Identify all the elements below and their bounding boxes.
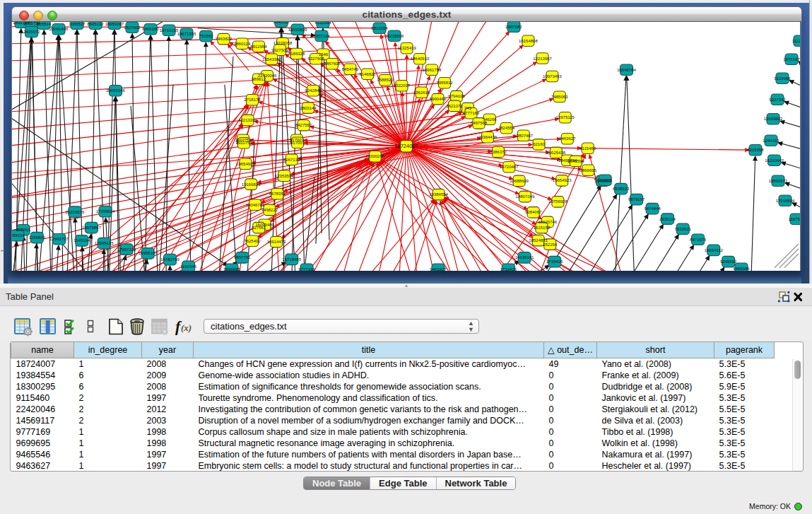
svg-text:1112045: 1112045: [792, 39, 801, 43]
svg-text:989612: 989612: [252, 77, 266, 81]
svg-text:15720407: 15720407: [500, 165, 519, 169]
svg-text:1192346: 1192346: [180, 264, 197, 269]
svg-text:9245652: 9245652: [720, 259, 737, 264]
svg-text:9474444: 9474444: [644, 206, 661, 211]
svg-text:9860124: 9860124: [234, 42, 251, 46]
svg-text:1362615: 1362615: [413, 90, 430, 95]
svg-text:8131054: 8131054: [314, 22, 331, 25]
svg-text:12975115: 12975115: [556, 115, 575, 119]
svg-text:10653267: 10653267: [105, 22, 124, 26]
svg-text:3498222: 3498222: [261, 208, 278, 212]
svg-text:12942737: 12942737: [49, 237, 69, 241]
svg-text:1733426: 1733426: [546, 259, 563, 264]
svg-text:8454749: 8454749: [342, 67, 359, 71]
svg-text:12213967: 12213967: [533, 57, 552, 61]
svg-text:1615152: 1615152: [534, 226, 551, 230]
svg-text:1527602: 1527602: [124, 25, 141, 30]
svg-text:10671355: 10671355: [177, 32, 196, 36]
svg-text:7357224: 7357224: [313, 34, 330, 38]
svg-text:6497568: 6497568: [471, 121, 488, 125]
svg-text:2718176: 2718176: [244, 98, 261, 102]
svg-text:1733426: 1733426: [500, 267, 517, 271]
svg-text:17359924: 17359924: [96, 209, 115, 214]
svg-text:19975867: 19975867: [82, 226, 101, 230]
svg-text:1145194: 1145194: [73, 238, 90, 243]
svg-text:7463822: 7463822: [216, 37, 233, 41]
svg-text:10025438: 10025438: [546, 151, 565, 155]
svg-text:19166829: 19166829: [242, 182, 261, 187]
svg-text:8678352: 8678352: [269, 192, 286, 196]
svg-text:16154808: 16154808: [519, 39, 538, 43]
svg-text:9146821: 9146821: [359, 72, 376, 76]
svg-text:6794028: 6794028: [448, 94, 465, 98]
svg-text:8322037: 8322037: [394, 83, 411, 88]
svg-text:9327509: 9327509: [271, 48, 288, 52]
svg-text:10654112: 10654112: [705, 248, 724, 252]
svg-text:16961758: 16961758: [423, 68, 442, 72]
svg-text:18300295: 18300295: [365, 154, 384, 158]
svg-text:2087682: 2087682: [505, 25, 522, 29]
svg-text:18724007: 18724007: [394, 143, 418, 149]
svg-text:751552: 751552: [199, 34, 214, 38]
svg-text:6879197: 6879197: [628, 197, 645, 201]
svg-text:1910753: 1910753: [235, 141, 252, 145]
svg-text:252254: 252254: [543, 243, 558, 247]
svg-text:19218506: 19218506: [385, 34, 404, 38]
svg-text:17957225: 17957225: [117, 247, 136, 252]
svg-text:7632621: 7632621: [675, 227, 692, 231]
svg-text:9046512: 9046512: [273, 22, 290, 24]
svg-text:1849594: 1849594: [567, 159, 584, 163]
svg-text:327561: 327561: [252, 226, 266, 230]
svg-text:(x): (x): [181, 322, 192, 333]
svg-text:9857791: 9857791: [234, 255, 251, 259]
svg-text:7625402: 7625402: [244, 239, 261, 243]
svg-text:10688609: 10688609: [510, 179, 529, 183]
svg-text:8912954: 8912954: [250, 45, 267, 49]
svg-text:917001: 917001: [290, 141, 305, 145]
svg-text:16543382: 16543382: [262, 57, 281, 62]
svg-text:62160: 62160: [533, 142, 545, 146]
svg-text:20206576: 20206576: [66, 210, 85, 214]
svg-text:2935114: 2935114: [659, 217, 676, 221]
svg-text:12093822: 12093822: [764, 117, 783, 121]
svg-text:16210643: 16210643: [765, 158, 784, 163]
svg-text:8215958: 8215958: [747, 148, 764, 152]
svg-text:19654915: 19654915: [236, 162, 255, 166]
svg-text:8605132: 8605132: [87, 22, 104, 26]
svg-text:9899695: 9899695: [580, 168, 597, 173]
svg-text:19654923: 19654923: [553, 178, 572, 182]
svg-text:8813054: 8813054: [371, 26, 388, 30]
svg-text:1244413: 1244413: [763, 139, 779, 143]
svg-text:1588520: 1588520: [377, 78, 394, 82]
svg-text:8938923: 8938923: [613, 187, 630, 191]
svg-text:8990443: 8990443: [430, 97, 447, 101]
svg-text:8267130: 8267130: [283, 158, 300, 162]
svg-text:9129966: 9129966: [774, 76, 791, 81]
svg-text:2405572: 2405572: [23, 30, 40, 34]
svg-text:12505135: 12505135: [95, 241, 114, 245]
svg-text:3824554: 3824554: [498, 126, 515, 130]
svg-text:9242848: 9242848: [305, 88, 322, 93]
svg-text:345: 345: [464, 106, 472, 110]
svg-text:1167533: 1167533: [789, 217, 801, 221]
svg-text:9327508: 9327508: [307, 57, 324, 61]
svg-text:7485063: 7485063: [551, 95, 568, 99]
svg-text:8427552: 8427552: [295, 123, 312, 127]
svg-text:9463627: 9463627: [430, 267, 447, 271]
svg-text:2803144: 2803144: [300, 106, 317, 110]
svg-text:7955812: 7955812: [436, 81, 453, 85]
svg-text:1546: 1546: [319, 52, 329, 57]
svg-text:13226058: 13226058: [273, 41, 293, 45]
svg-text:10958107: 10958107: [139, 251, 158, 255]
svg-text:1575107: 1575107: [783, 57, 800, 62]
svg-text:20364436: 20364436: [478, 135, 498, 139]
svg-text:9699695: 9699695: [223, 267, 240, 271]
svg-text:15892971: 15892971: [769, 179, 788, 183]
svg-text:10719155: 10719155: [160, 28, 179, 33]
svg-text:16033809: 16033809: [288, 28, 307, 32]
svg-text:905514: 905514: [37, 22, 52, 26]
svg-text:12353594: 12353594: [275, 174, 294, 178]
svg-text:12213369: 12213369: [238, 118, 257, 122]
svg-text:18640910: 18640910: [411, 57, 430, 61]
svg-text:9463627: 9463627: [559, 136, 576, 141]
